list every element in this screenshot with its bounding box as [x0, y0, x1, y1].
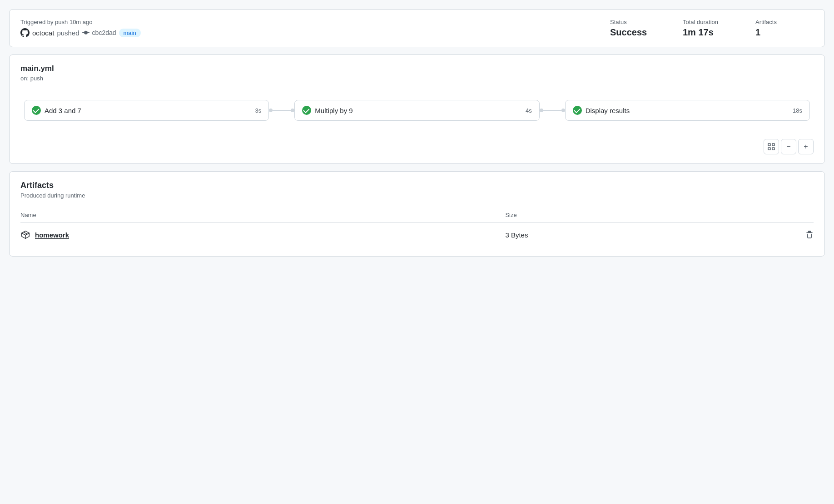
status-section: Status Success — [596, 19, 668, 38]
trigger-label: Triggered by push 10m ago — [20, 19, 596, 25]
artifact-name[interactable]: homework — [35, 231, 69, 239]
artifacts-card: Artifacts Produced during runtime Name S… — [9, 171, 825, 257]
success-icon-2 — [302, 106, 311, 115]
connector-dot-2b — [561, 109, 565, 112]
zoom-out-button[interactable]: − — [781, 139, 796, 154]
trigger-row: octocat pushed cbc2dad main — [20, 28, 596, 37]
jobs-container: Add 3 and 7 3s Multiply by 9 4s — [20, 100, 814, 121]
duration-label: Total duration — [683, 19, 741, 25]
artifact-name-cell: homework — [20, 230, 505, 240]
pushed-label: pushed — [57, 29, 79, 37]
github-icon — [20, 28, 30, 37]
connector-line-1 — [273, 110, 291, 111]
job-box-3[interactable]: Display results 18s — [565, 100, 810, 121]
artifact-delete-button[interactable] — [732, 231, 814, 239]
artifacts-count-label: Artifacts — [755, 19, 814, 25]
connector-line-2 — [543, 110, 561, 111]
artifacts-count-section: Artifacts 1 — [741, 19, 814, 38]
artifact-box-icon — [20, 230, 30, 240]
success-icon-3 — [573, 106, 582, 115]
connector-1 — [269, 109, 294, 112]
connector-dot-2a — [540, 109, 543, 112]
artifacts-count-value: 1 — [755, 27, 814, 38]
workflow-card: main.yml on: push Add 3 and 7 3s Multipl… — [9, 54, 825, 164]
job-box-1[interactable]: Add 3 and 7 3s — [24, 100, 269, 121]
job-left-2: Multiply by 9 — [302, 106, 352, 115]
commit-hash: cbc2dad — [92, 29, 116, 36]
connector-2 — [540, 109, 565, 112]
svg-rect-0 — [768, 143, 770, 146]
commit-icon — [82, 29, 89, 36]
connector-dot-1a — [269, 109, 273, 112]
trigger-section: Triggered by push 10m ago octocat pushed… — [20, 19, 596, 37]
job-box-2[interactable]: Multiply by 9 4s — [294, 100, 539, 121]
fit-button[interactable] — [764, 139, 779, 154]
job-duration-1: 3s — [255, 107, 262, 114]
job-name-2: Multiply by 9 — [315, 107, 352, 114]
duration-section: Total duration 1m 17s — [668, 19, 741, 38]
artifacts-subtitle: Produced during runtime — [20, 192, 814, 199]
svg-rect-3 — [772, 148, 774, 150]
svg-rect-1 — [772, 143, 774, 146]
connector-dot-1b — [291, 109, 294, 112]
zoom-in-button[interactable]: + — [798, 139, 814, 154]
status-value: Success — [610, 27, 668, 38]
job-name-3: Display results — [586, 107, 630, 114]
duration-value: 1m 17s — [683, 27, 741, 38]
svg-rect-2 — [768, 148, 770, 150]
col-size-header: Size — [505, 208, 732, 222]
artifacts-table: Name Size homework — [20, 208, 814, 247]
success-icon-1 — [32, 106, 41, 115]
job-name-1: Add 3 and 7 — [45, 107, 81, 114]
artifact-size: 3 Bytes — [505, 231, 528, 239]
job-duration-3: 18s — [793, 107, 802, 114]
job-left-1: Add 3 and 7 — [32, 106, 81, 115]
actor-name: octocat — [32, 29, 54, 37]
branch-badge[interactable]: main — [119, 29, 141, 37]
workflow-trigger: on: push — [20, 75, 814, 82]
artifacts-title: Artifacts — [20, 181, 814, 190]
zoom-controls: − + — [20, 139, 814, 154]
summary-card: Triggered by push 10m ago octocat pushed… — [9, 9, 825, 47]
artifact-row: homework 3 Bytes — [20, 222, 814, 247]
job-left-3: Display results — [573, 106, 630, 115]
col-name-header: Name — [20, 208, 505, 222]
workflow-filename: main.yml — [20, 64, 814, 73]
job-duration-2: 4s — [526, 107, 532, 114]
status-label: Status — [610, 19, 668, 25]
